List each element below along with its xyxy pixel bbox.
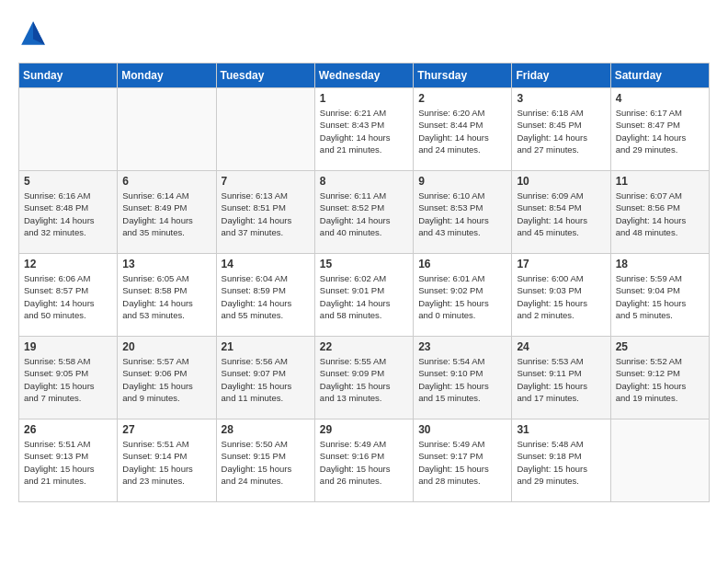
cell-content: Sunrise: 6:18 AM Sunset: 8:45 PM Dayligh… <box>517 107 605 155</box>
calendar-cell: 10Sunrise: 6:09 AM Sunset: 8:54 PM Dayli… <box>512 171 610 254</box>
day-number: 4 <box>616 92 704 105</box>
calendar-cell <box>610 419 709 502</box>
cell-content: Sunrise: 5:51 AM Sunset: 9:14 PM Dayligh… <box>122 438 210 487</box>
day-number: 16 <box>418 258 506 270</box>
day-number: 11 <box>616 175 704 188</box>
day-number: 24 <box>517 340 605 353</box>
day-number: 13 <box>122 258 210 270</box>
calendar-body: 1Sunrise: 6:21 AM Sunset: 8:43 PM Daylig… <box>19 88 710 502</box>
day-number: 12 <box>24 258 112 270</box>
cell-content: Sunrise: 5:57 AM Sunset: 9:06 PM Dayligh… <box>122 355 210 404</box>
day-number: 30 <box>418 423 506 436</box>
page-header <box>18 18 710 48</box>
logo <box>18 18 51 48</box>
cell-content: Sunrise: 5:52 AM Sunset: 9:12 PM Dayligh… <box>616 355 704 404</box>
cell-content: Sunrise: 6:10 AM Sunset: 8:53 PM Dayligh… <box>418 190 506 238</box>
calendar-cell: 28Sunrise: 5:50 AM Sunset: 9:15 PM Dayli… <box>216 419 314 502</box>
cell-content: Sunrise: 5:59 AM Sunset: 9:04 PM Dayligh… <box>616 272 704 321</box>
calendar-cell: 6Sunrise: 6:14 AM Sunset: 8:49 PM Daylig… <box>118 171 216 254</box>
cell-content: Sunrise: 6:02 AM Sunset: 9:01 PM Dayligh… <box>320 272 408 321</box>
calendar-cell: 7Sunrise: 6:13 AM Sunset: 8:51 PM Daylig… <box>216 171 314 254</box>
cell-content: Sunrise: 6:21 AM Sunset: 8:43 PM Dayligh… <box>320 107 408 155</box>
day-number: 8 <box>320 175 408 188</box>
cell-content: Sunrise: 6:05 AM Sunset: 8:58 PM Dayligh… <box>122 272 210 321</box>
calendar-cell: 22Sunrise: 5:55 AM Sunset: 9:09 PM Dayli… <box>314 337 413 419</box>
calendar-cell: 27Sunrise: 5:51 AM Sunset: 9:14 PM Dayli… <box>118 419 216 502</box>
day-number: 17 <box>517 258 605 270</box>
calendar-cell: 13Sunrise: 6:05 AM Sunset: 8:58 PM Dayli… <box>118 254 216 337</box>
cell-content: Sunrise: 6:16 AM Sunset: 8:48 PM Dayligh… <box>24 190 112 238</box>
day-header-monday: Monday <box>118 63 216 88</box>
calendar-cell: 16Sunrise: 6:01 AM Sunset: 9:02 PM Dayli… <box>414 254 512 337</box>
day-number: 5 <box>24 175 112 188</box>
calendar-cell: 12Sunrise: 6:06 AM Sunset: 8:57 PM Dayli… <box>19 254 118 337</box>
calendar-cell: 19Sunrise: 5:58 AM Sunset: 9:05 PM Dayli… <box>19 337 118 419</box>
calendar-cell: 8Sunrise: 6:11 AM Sunset: 8:52 PM Daylig… <box>314 171 413 254</box>
day-header-thursday: Thursday <box>414 63 512 88</box>
calendar-cell: 18Sunrise: 5:59 AM Sunset: 9:04 PM Dayli… <box>610 254 709 337</box>
calendar-cell: 31Sunrise: 5:48 AM Sunset: 9:18 PM Dayli… <box>512 419 610 502</box>
cell-content: Sunrise: 5:48 AM Sunset: 9:18 PM Dayligh… <box>517 438 605 487</box>
day-number: 22 <box>320 340 408 353</box>
calendar-cell: 26Sunrise: 5:51 AM Sunset: 9:13 PM Dayli… <box>19 419 118 502</box>
cell-content: Sunrise: 5:49 AM Sunset: 9:17 PM Dayligh… <box>418 438 506 487</box>
calendar-cell: 3Sunrise: 6:18 AM Sunset: 8:45 PM Daylig… <box>512 88 610 171</box>
cell-content: Sunrise: 5:51 AM Sunset: 9:13 PM Dayligh… <box>24 438 112 487</box>
day-header-saturday: Saturday <box>610 63 709 88</box>
day-number: 2 <box>418 92 506 105</box>
calendar-cell <box>118 88 216 171</box>
day-number: 7 <box>222 175 310 188</box>
calendar-cell: 24Sunrise: 5:53 AM Sunset: 9:11 PM Dayli… <box>512 337 610 419</box>
week-row-4: 19Sunrise: 5:58 AM Sunset: 9:05 PM Dayli… <box>19 337 710 419</box>
calendar-header: SundayMondayTuesdayWednesdayThursdayFrid… <box>19 63 710 88</box>
day-number: 19 <box>24 340 112 353</box>
cell-content: Sunrise: 5:50 AM Sunset: 9:15 PM Dayligh… <box>222 438 310 487</box>
calendar-cell: 2Sunrise: 6:20 AM Sunset: 8:44 PM Daylig… <box>414 88 512 171</box>
day-number: 10 <box>517 175 605 188</box>
day-number: 23 <box>418 340 506 353</box>
day-header-wednesday: Wednesday <box>314 63 413 88</box>
day-number: 6 <box>122 175 210 188</box>
day-number: 9 <box>418 175 506 188</box>
calendar-cell: 30Sunrise: 5:49 AM Sunset: 9:17 PM Dayli… <box>414 419 512 502</box>
header-row: SundayMondayTuesdayWednesdayThursdayFrid… <box>19 63 710 88</box>
calendar-cell: 25Sunrise: 5:52 AM Sunset: 9:12 PM Dayli… <box>610 337 709 419</box>
cell-content: Sunrise: 5:55 AM Sunset: 9:09 PM Dayligh… <box>320 355 408 404</box>
day-number: 29 <box>320 423 408 436</box>
calendar-cell: 21Sunrise: 5:56 AM Sunset: 9:07 PM Dayli… <box>216 337 314 419</box>
cell-content: Sunrise: 6:06 AM Sunset: 8:57 PM Dayligh… <box>24 272 112 321</box>
day-header-sunday: Sunday <box>19 63 118 88</box>
day-number: 18 <box>616 258 704 270</box>
calendar-cell: 20Sunrise: 5:57 AM Sunset: 9:06 PM Dayli… <box>118 337 216 419</box>
cell-content: Sunrise: 5:53 AM Sunset: 9:11 PM Dayligh… <box>517 355 605 404</box>
cell-content: Sunrise: 5:56 AM Sunset: 9:07 PM Dayligh… <box>222 355 310 404</box>
calendar-cell <box>216 88 314 171</box>
cell-content: Sunrise: 6:01 AM Sunset: 9:02 PM Dayligh… <box>418 272 506 321</box>
day-number: 14 <box>222 258 310 270</box>
week-row-2: 5Sunrise: 6:16 AM Sunset: 8:48 PM Daylig… <box>19 171 710 254</box>
calendar-cell: 23Sunrise: 5:54 AM Sunset: 9:10 PM Dayli… <box>414 337 512 419</box>
day-number: 15 <box>320 258 408 270</box>
cell-content: Sunrise: 5:54 AM Sunset: 9:10 PM Dayligh… <box>418 355 506 404</box>
cell-content: Sunrise: 6:09 AM Sunset: 8:54 PM Dayligh… <box>517 190 605 238</box>
cell-content: Sunrise: 6:17 AM Sunset: 8:47 PM Dayligh… <box>616 107 704 155</box>
day-header-tuesday: Tuesday <box>216 63 314 88</box>
day-number: 1 <box>320 92 408 105</box>
cell-content: Sunrise: 6:00 AM Sunset: 9:03 PM Dayligh… <box>517 272 605 321</box>
calendar-table: SundayMondayTuesdayWednesdayThursdayFrid… <box>18 63 710 502</box>
cell-content: Sunrise: 6:20 AM Sunset: 8:44 PM Dayligh… <box>418 107 506 155</box>
calendar-cell: 1Sunrise: 6:21 AM Sunset: 8:43 PM Daylig… <box>314 88 413 171</box>
calendar-cell: 17Sunrise: 6:00 AM Sunset: 9:03 PM Dayli… <box>512 254 610 337</box>
calendar-cell: 5Sunrise: 6:16 AM Sunset: 8:48 PM Daylig… <box>19 171 118 254</box>
day-number: 25 <box>616 340 704 353</box>
cell-content: Sunrise: 6:04 AM Sunset: 8:59 PM Dayligh… <box>222 272 310 321</box>
day-number: 31 <box>517 423 605 436</box>
cell-content: Sunrise: 6:07 AM Sunset: 8:56 PM Dayligh… <box>616 190 704 238</box>
calendar-cell: 4Sunrise: 6:17 AM Sunset: 8:47 PM Daylig… <box>610 88 709 171</box>
calendar-cell: 29Sunrise: 5:49 AM Sunset: 9:16 PM Dayli… <box>314 419 413 502</box>
day-number: 3 <box>517 92 605 105</box>
logo-icon <box>18 18 48 48</box>
week-row-1: 1Sunrise: 6:21 AM Sunset: 8:43 PM Daylig… <box>19 88 710 171</box>
week-row-5: 26Sunrise: 5:51 AM Sunset: 9:13 PM Dayli… <box>19 419 710 502</box>
calendar-cell: 14Sunrise: 6:04 AM Sunset: 8:59 PM Dayli… <box>216 254 314 337</box>
